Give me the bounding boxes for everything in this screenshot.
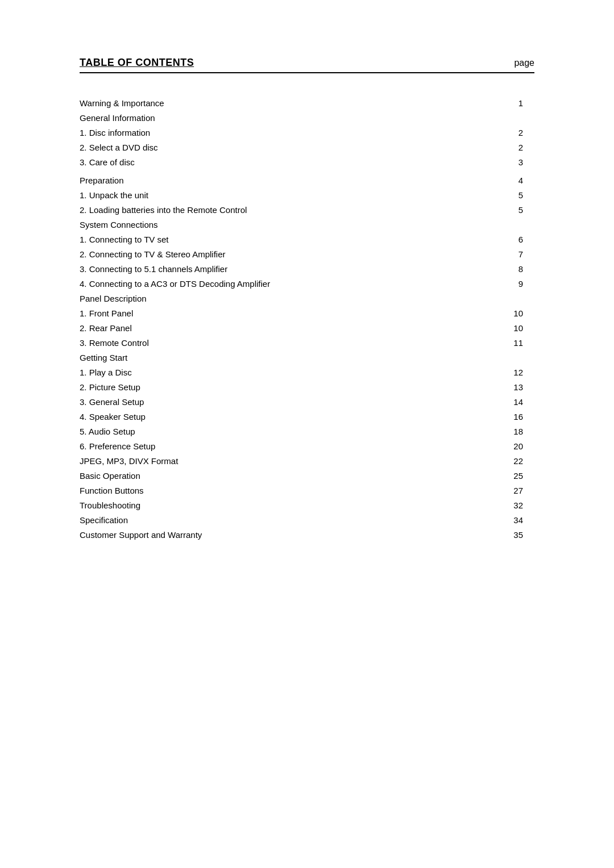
toc-entry-page: 2 (466, 126, 534, 140)
toc-row: Getting Start (80, 350, 534, 365)
toc-entry-text: Troubleshooting (80, 498, 466, 513)
toc-entry-page: 27 (466, 483, 534, 498)
toc-entry-page (466, 291, 534, 306)
toc-entry-page (466, 111, 534, 126)
toc-entry-page: 7 (466, 247, 534, 262)
toc-entry-text: 1. Play a Disc (80, 365, 466, 380)
toc-entry-page: 14 (466, 395, 534, 410)
toc-entry-text: 1. Front Panel (80, 306, 466, 321)
toc-row: Troubleshooting32 (80, 498, 534, 513)
toc-row: JPEG, MP3, DIVX Format22 (80, 454, 534, 469)
toc-entry-text: 3. Connecting to 5.1 channels Amplifier (80, 262, 466, 277)
toc-entry-text: 1. Disc information (80, 126, 466, 140)
toc-row: 1. Connecting to TV set6 (80, 232, 534, 247)
toc-row: 5. Audio Setup18 (80, 424, 534, 439)
toc-entry-page: 6 (466, 232, 534, 247)
toc-entry-page: 32 (466, 498, 534, 513)
toc-entry-text: 2. Connecting to TV & Stereo Amplifier (80, 247, 466, 262)
toc-entry-page: 2 (466, 140, 534, 155)
toc-entry-text: Function Buttons (80, 483, 466, 498)
toc-row: 2. Select a DVD disc2 (80, 140, 534, 155)
toc-entry-text: 1. Connecting to TV set (80, 232, 466, 247)
toc-row: 3. Remote Control11 (80, 336, 534, 350)
toc-entry-page: 4 (466, 173, 534, 188)
toc-entry-text: 3. Care of disc (80, 155, 466, 170)
toc-entry-text: 6. Preference Setup (80, 439, 466, 454)
toc-row: 2. Connecting to TV & Stereo Amplifier7 (80, 247, 534, 262)
toc-entry-page (466, 350, 534, 365)
toc-entry-page: 13 (466, 380, 534, 395)
toc-entry-page: 34 (466, 513, 534, 528)
toc-entry-page: 16 (466, 410, 534, 424)
toc-row: 2. Picture Setup13 (80, 380, 534, 395)
toc-entry-text: 2. Loading batteries into the Remote Con… (80, 203, 466, 218)
toc-entry-text: System Connections (80, 218, 466, 232)
toc-row: 1. Play a Disc12 (80, 365, 534, 380)
toc-entry-page: 1 (466, 96, 534, 111)
page-column-label: page (514, 58, 534, 68)
toc-entry-text: Specification (80, 513, 466, 528)
toc-row: 1. Unpack the unit5 (80, 188, 534, 203)
toc-row: Basic Operation25 (80, 469, 534, 483)
toc-table: Warning & Importance1General Information… (80, 96, 534, 542)
toc-entry-text: 2. Picture Setup (80, 380, 466, 395)
toc-entry-text: 1. Unpack the unit (80, 188, 466, 203)
toc-entry-text: 3. General Setup (80, 395, 466, 410)
toc-entry-page: 25 (466, 469, 534, 483)
toc-row: 3. Care of disc3 (80, 155, 534, 170)
toc-entry-page: 18 (466, 424, 534, 439)
toc-row: Function Buttons27 (80, 483, 534, 498)
toc-entry-text: Panel Description (80, 291, 466, 306)
toc-entry-page: 5 (466, 203, 534, 218)
toc-row: Panel Description (80, 291, 534, 306)
toc-entry-page: 9 (466, 277, 534, 291)
toc-title: TABLE OF CONTENTS (80, 57, 194, 69)
toc-entry-text: 3. Remote Control (80, 336, 466, 350)
toc-row: Preparation4 (80, 173, 534, 188)
toc-entry-text: Preparation (80, 173, 466, 188)
toc-row: Customer Support and Warranty35 (80, 528, 534, 542)
toc-row: Warning & Importance1 (80, 96, 534, 111)
toc-entry-text: Warning & Importance (80, 96, 466, 111)
toc-entry-page: 12 (466, 365, 534, 380)
toc-entry-text: 4. Speaker Setup (80, 410, 466, 424)
toc-header: TABLE OF CONTENTS page (80, 57, 534, 73)
toc-entry-text: Basic Operation (80, 469, 466, 483)
toc-row: 3. General Setup14 (80, 395, 534, 410)
toc-entry-text: 2. Rear Panel (80, 321, 466, 336)
toc-entry-text: JPEG, MP3, DIVX Format (80, 454, 466, 469)
toc-row: 2. Loading batteries into the Remote Con… (80, 203, 534, 218)
toc-row: 6. Preference Setup20 (80, 439, 534, 454)
toc-entry-page: 3 (466, 155, 534, 170)
toc-row: 4. Connecting to a AC3 or DTS Decoding A… (80, 277, 534, 291)
toc-row: 4. Speaker Setup16 (80, 410, 534, 424)
toc-row: 1. Front Panel10 (80, 306, 534, 321)
toc-entry-text: 4. Connecting to a AC3 or DTS Decoding A… (80, 277, 466, 291)
toc-entry-text: 2. Select a DVD disc (80, 140, 466, 155)
toc-entry-text: Customer Support and Warranty (80, 528, 466, 542)
toc-entry-page: 20 (466, 439, 534, 454)
page-container: TABLE OF CONTENTS page Warning & Importa… (0, 0, 614, 868)
toc-entry-page: 8 (466, 262, 534, 277)
toc-row: 2. Rear Panel10 (80, 321, 534, 336)
toc-entry-page: 11 (466, 336, 534, 350)
toc-row: 1. Disc information2 (80, 126, 534, 140)
toc-row: 3. Connecting to 5.1 channels Amplifier8 (80, 262, 534, 277)
toc-entry-page: 5 (466, 188, 534, 203)
toc-row: Specification34 (80, 513, 534, 528)
toc-entry-page: 10 (466, 306, 534, 321)
toc-row: General Information (80, 111, 534, 126)
toc-row: System Connections (80, 218, 534, 232)
toc-entry-page: 22 (466, 454, 534, 469)
toc-entry-page: 35 (466, 528, 534, 542)
toc-entry-page: 10 (466, 321, 534, 336)
toc-entry-text: General Information (80, 111, 466, 126)
toc-entry-text: Getting Start (80, 350, 466, 365)
toc-entry-text: 5. Audio Setup (80, 424, 466, 439)
toc-entry-page (466, 218, 534, 232)
